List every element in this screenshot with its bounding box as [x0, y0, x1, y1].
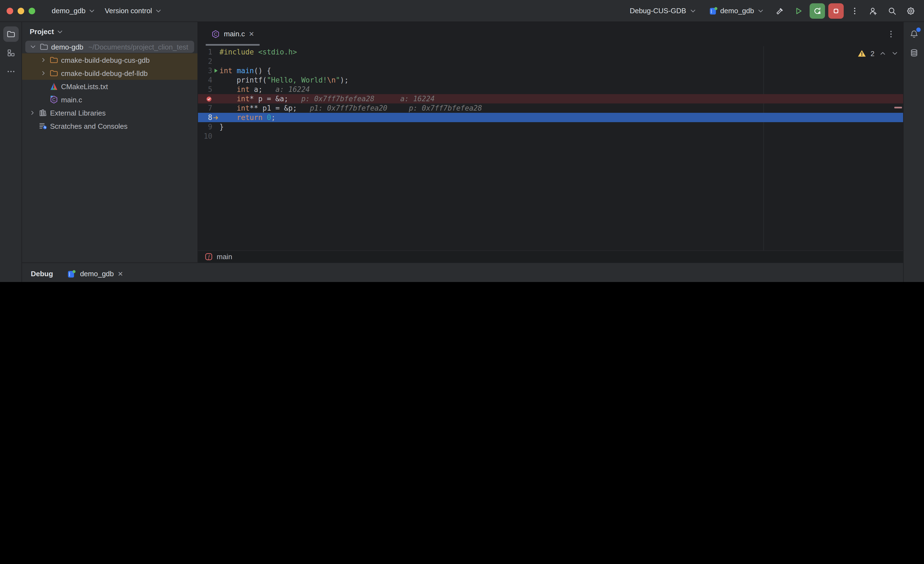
line-number[interactable]: 8 — [198, 113, 212, 122]
tree-item-label: cmake-build-debug-def-lldb — [61, 69, 148, 77]
tree-item-cmake-build-debug-cus-gdb[interactable]: cmake-build-debug-cus-gdb — [22, 53, 198, 66]
build-button[interactable] — [772, 3, 788, 18]
restart-debugger-button[interactable] — [810, 3, 825, 18]
library-icon — [39, 108, 47, 117]
chevron-down-icon — [88, 7, 96, 15]
run-config-label: Debug-CUS-GDB — [630, 7, 686, 15]
vcs-menu[interactable]: Version control — [100, 5, 167, 17]
breadcrumb-function[interactable]: main — [217, 253, 232, 261]
sidebar-item-project[interactable] — [3, 26, 18, 42]
settings-button[interactable] — [903, 3, 918, 18]
main-menu-project-label: demo_gdb — [52, 7, 86, 15]
database-icon — [909, 48, 918, 57]
search-everywhere-button[interactable] — [884, 3, 900, 18]
chevron-right-icon[interactable] — [29, 110, 36, 116]
project-panel-header[interactable]: Project — [22, 22, 198, 40]
minimize-window-button[interactable] — [18, 8, 24, 14]
editor-area: C main.c ✕ 2 — [198, 22, 903, 262]
editor-breadcrumbs: f main — [198, 250, 903, 262]
close-session-icon[interactable]: ✕ — [118, 270, 123, 278]
titlebar: demo_gdb Version control Debug-CUS-GDB d… — [0, 0, 924, 22]
debug-session-tab[interactable]: demo_gdb ✕ — [63, 263, 128, 282]
code-text: return 0; — [219, 113, 276, 122]
chevron-down-icon — [155, 7, 162, 15]
function-icon: f — [205, 253, 213, 261]
chevron-down-icon — [757, 7, 765, 15]
close-tab-icon[interactable]: ✕ — [249, 30, 254, 38]
more-actions-button[interactable] — [847, 3, 862, 18]
main-menu-project[interactable]: demo_gdb — [47, 5, 100, 17]
vcs-menu-label: Version control — [105, 7, 152, 15]
tree-item-label: CMakeLists.txt — [61, 82, 108, 90]
project-panel-title: Project — [30, 27, 54, 36]
window-controls — [7, 8, 35, 14]
code-line: 8 return 0; — [198, 113, 903, 122]
right-tool-stripe — [903, 22, 924, 282]
tree-item-cmakelists-txt[interactable]: CMakeLists.txt — [22, 80, 198, 93]
tree-item-label: demo-gdb — [51, 43, 83, 51]
debug-window-title: Debug — [31, 270, 53, 278]
line-number[interactable]: 1 — [198, 48, 212, 56]
sidebar-item-more-tool-windows[interactable] — [3, 64, 18, 79]
line-number[interactable]: 3 — [198, 66, 212, 75]
scratches-icon — [39, 122, 47, 131]
line-number[interactable]: 7 — [198, 104, 212, 112]
line-number[interactable]: 4 — [198, 76, 212, 84]
run-line-icon[interactable] — [212, 68, 219, 74]
tree-item-label: main.c — [61, 95, 82, 104]
code-text: #include <stdio.h> — [219, 48, 297, 56]
titlebar-right: Debug-CUS-GDB demo_gdb — [626, 3, 918, 18]
debug-tool-window: Debug demo_gdb ✕ Threads & VariablesCons… — [22, 262, 903, 282]
code-line: 2 — [198, 57, 903, 66]
tab-options-icon[interactable] — [886, 29, 896, 38]
code-text: int** p1 = &p; p1: 0x7ff7bfefea20 p: 0x7… — [219, 104, 482, 112]
line-number[interactable]: 2 — [198, 57, 212, 65]
sidebar-item-database[interactable] — [906, 45, 921, 60]
tree-item-main-c[interactable]: Cmain.c — [22, 93, 198, 106]
tree-item-scratches-and-consoles[interactable]: Scratches and Consoles — [22, 119, 198, 132]
code-line: 4 printf("Hello, World!\n"); — [198, 75, 903, 85]
code-line: 3int main() { — [198, 66, 903, 75]
breakpoint-icon[interactable] — [198, 95, 212, 102]
execution-pointer-icon[interactable] — [212, 114, 219, 121]
tab-label: main.c — [224, 30, 245, 38]
sidebar-item-notifications[interactable] — [906, 26, 921, 42]
tree-item-demo-gdb[interactable]: demo-gdb~/Documents/project_clion_test — [22, 40, 198, 53]
tree-item-cmake-build-debug-def-lldb[interactable]: cmake-build-debug-def-lldb — [22, 66, 198, 80]
code-line: 7 int** p1 = &p; p1: 0x7ff7bfefea20 p: 0… — [198, 104, 903, 113]
line-number[interactable]: 10 — [198, 132, 212, 140]
session-icon — [68, 269, 76, 278]
chevron-right-icon[interactable] — [40, 70, 47, 77]
chevron-down-icon — [689, 7, 697, 15]
svg-text:C: C — [214, 32, 217, 36]
zoom-window-button[interactable] — [28, 8, 35, 14]
line-number[interactable]: 5 — [198, 85, 212, 93]
close-window-button[interactable] — [7, 8, 13, 14]
line-number[interactable]: 9 — [198, 123, 212, 131]
sidebar-item-structure[interactable] — [3, 45, 18, 60]
c-file-icon: C — [211, 29, 220, 38]
session-label: demo_gdb — [80, 270, 114, 278]
code-text: int a; a: 16224 — [219, 85, 310, 93]
tab-main-c[interactable]: C main.c ✕ — [206, 22, 260, 46]
folder-icon — [40, 42, 48, 51]
run-button[interactable] — [791, 3, 806, 18]
code-line: int* p = &a; p: 0x7ff7bfefea28 a: 16224 — [198, 94, 903, 104]
notifications-badge — [916, 27, 920, 32]
structure-icon — [6, 48, 15, 57]
run-target-selector[interactable]: demo_gdb — [704, 4, 769, 17]
tree-item-label: Scratches and Consoles — [50, 122, 128, 130]
code-line: 10 — [198, 131, 903, 141]
chevron-down-icon[interactable] — [29, 43, 37, 51]
tree-item-external-libraries[interactable]: External Libraries — [22, 106, 198, 119]
code-with-me-button[interactable] — [866, 3, 881, 18]
tree-item-label: cmake-build-debug-cus-gdb — [61, 56, 150, 64]
run-config-selector[interactable]: Debug-CUS-GDB — [626, 5, 701, 17]
folder-ex-icon — [50, 56, 58, 65]
code-editor[interactable]: 2 1#include <stdio.h>23int main() {4 pri… — [198, 46, 903, 250]
stop-button[interactable] — [828, 3, 844, 18]
chevron-right-icon[interactable] — [40, 57, 47, 63]
tree-item-label: External Libraries — [50, 109, 106, 117]
project-icon — [6, 30, 15, 39]
code-text: int* p = &a; p: 0x7ff7bfefea28 a: 16224 — [219, 95, 435, 103]
